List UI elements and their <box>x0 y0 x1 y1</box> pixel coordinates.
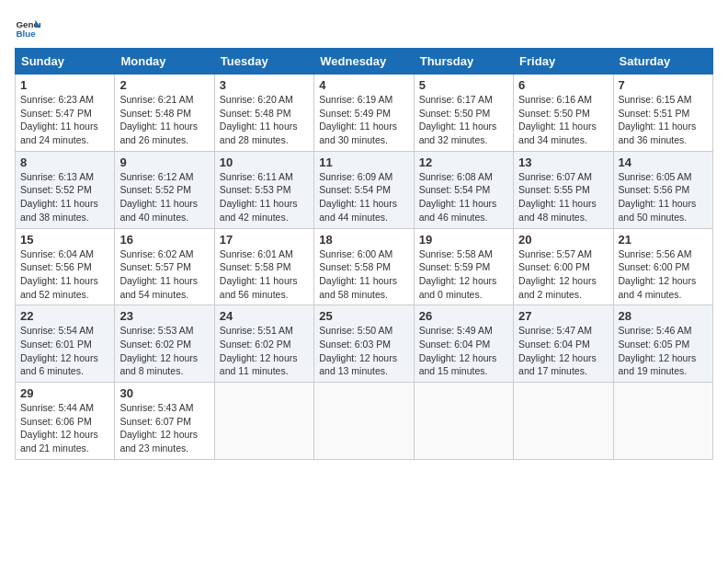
day-number: 27 <box>518 309 608 323</box>
weekday-header-tuesday: Tuesday <box>214 49 313 75</box>
calendar-cell: 11Sunrise: 6:09 AMSunset: 5:54 PMDayligh… <box>314 151 414 228</box>
cell-text: Sunrise: 5:56 AMSunset: 6:00 PMDaylight:… <box>619 247 708 302</box>
cell-text: Sunrise: 6:23 AMSunset: 5:47 PMDaylight:… <box>20 93 109 147</box>
cell-text: Sunrise: 6:13 AMSunset: 5:52 PMDaylight:… <box>20 170 109 224</box>
calendar-cell: 25Sunrise: 5:50 AMSunset: 6:03 PMDayligh… <box>314 305 414 383</box>
cell-text: Sunrise: 5:51 AMSunset: 6:02 PMDaylight:… <box>220 324 309 378</box>
calendar-cell: 19Sunrise: 5:58 AMSunset: 5:59 PMDayligh… <box>414 228 513 305</box>
calendar-cell <box>414 383 513 460</box>
day-number: 16 <box>119 233 209 247</box>
cell-text: Sunrise: 6:09 AMSunset: 5:54 PMDaylight:… <box>319 170 408 224</box>
day-number: 21 <box>619 233 708 247</box>
day-number: 25 <box>319 309 408 323</box>
day-number: 1 <box>20 78 109 92</box>
page-header: General Blue <box>15 15 713 40</box>
calendar-cell: 4Sunrise: 6:19 AMSunset: 5:49 PMDaylight… <box>314 75 414 152</box>
cell-text: Sunrise: 5:46 AMSunset: 6:05 PMDaylight:… <box>619 324 708 378</box>
cell-text: Sunrise: 5:50 AMSunset: 6:03 PMDaylight:… <box>319 324 408 378</box>
calendar-cell: 24Sunrise: 5:51 AMSunset: 6:02 PMDayligh… <box>214 305 313 383</box>
calendar-cell: 28Sunrise: 5:46 AMSunset: 6:05 PMDayligh… <box>613 305 712 383</box>
calendar-cell: 21Sunrise: 5:56 AMSunset: 6:00 PMDayligh… <box>613 228 712 305</box>
cell-text: Sunrise: 6:01 AMSunset: 5:58 PMDaylight:… <box>220 247 309 302</box>
calendar-cell: 18Sunrise: 6:00 AMSunset: 5:58 PMDayligh… <box>314 228 414 305</box>
day-number: 15 <box>20 233 109 247</box>
cell-text: Sunrise: 6:17 AMSunset: 5:50 PMDaylight:… <box>419 93 508 147</box>
day-number: 29 <box>20 386 109 400</box>
logo: General Blue <box>15 15 40 40</box>
cell-text: Sunrise: 6:05 AMSunset: 5:56 PMDaylight:… <box>619 170 708 224</box>
day-number: 28 <box>619 309 708 323</box>
calendar-cell: 30Sunrise: 5:43 AMSunset: 6:07 PMDayligh… <box>115 383 214 460</box>
cell-text: Sunrise: 6:15 AMSunset: 5:51 PMDaylight:… <box>619 93 708 147</box>
calendar-cell <box>314 383 414 460</box>
calendar-cell: 16Sunrise: 6:02 AMSunset: 5:57 PMDayligh… <box>115 228 214 305</box>
day-number: 11 <box>319 155 408 169</box>
cell-text: Sunrise: 6:04 AMSunset: 5:56 PMDaylight:… <box>20 247 109 302</box>
calendar-cell: 9Sunrise: 6:12 AMSunset: 5:52 PMDaylight… <box>115 151 214 228</box>
day-number: 7 <box>619 78 708 92</box>
day-number: 20 <box>518 233 608 247</box>
day-number: 10 <box>220 155 309 169</box>
calendar-cell: 26Sunrise: 5:49 AMSunset: 6:04 PMDayligh… <box>414 305 513 383</box>
cell-text: Sunrise: 5:54 AMSunset: 6:01 PMDaylight:… <box>20 324 109 378</box>
weekday-header-saturday: Saturday <box>613 49 712 75</box>
cell-text: Sunrise: 6:16 AMSunset: 5:50 PMDaylight:… <box>518 93 608 147</box>
cell-text: Sunrise: 6:07 AMSunset: 5:55 PMDaylight:… <box>518 170 608 224</box>
calendar-cell: 13Sunrise: 6:07 AMSunset: 5:55 PMDayligh… <box>514 151 613 228</box>
calendar-cell <box>214 383 313 460</box>
cell-text: Sunrise: 6:00 AMSunset: 5:58 PMDaylight:… <box>319 247 408 302</box>
cell-text: Sunrise: 5:57 AMSunset: 6:00 PMDaylight:… <box>518 247 608 302</box>
day-number: 8 <box>20 155 109 169</box>
day-number: 18 <box>319 233 408 247</box>
calendar-cell: 20Sunrise: 5:57 AMSunset: 6:00 PMDayligh… <box>514 228 613 305</box>
cell-text: Sunrise: 6:19 AMSunset: 5:49 PMDaylight:… <box>319 93 408 147</box>
day-number: 14 <box>619 155 708 169</box>
calendar-cell: 29Sunrise: 5:44 AMSunset: 6:06 PMDayligh… <box>16 383 115 460</box>
calendar-cell: 10Sunrise: 6:11 AMSunset: 5:53 PMDayligh… <box>214 151 313 228</box>
cell-text: Sunrise: 6:08 AMSunset: 5:54 PMDaylight:… <box>419 170 508 224</box>
calendar-cell: 2Sunrise: 6:21 AMSunset: 5:48 PMDaylight… <box>115 75 214 152</box>
cell-text: Sunrise: 5:49 AMSunset: 6:04 PMDaylight:… <box>419 324 508 378</box>
day-number: 19 <box>419 233 508 247</box>
cell-text: Sunrise: 5:47 AMSunset: 6:04 PMDaylight:… <box>518 324 608 378</box>
weekday-header-thursday: Thursday <box>414 49 513 75</box>
day-number: 3 <box>220 78 309 92</box>
day-number: 23 <box>119 309 209 323</box>
cell-text: Sunrise: 6:20 AMSunset: 5:48 PMDaylight:… <box>220 93 309 147</box>
calendar-cell: 1Sunrise: 6:23 AMSunset: 5:47 PMDaylight… <box>16 75 115 152</box>
cell-text: Sunrise: 6:21 AMSunset: 5:48 PMDaylight:… <box>119 93 209 147</box>
calendar-cell: 22Sunrise: 5:54 AMSunset: 6:01 PMDayligh… <box>16 305 115 383</box>
calendar-cell: 8Sunrise: 6:13 AMSunset: 5:52 PMDaylight… <box>16 151 115 228</box>
day-number: 6 <box>518 78 608 92</box>
cell-text: Sunrise: 6:02 AMSunset: 5:57 PMDaylight:… <box>119 247 209 302</box>
day-number: 26 <box>419 309 508 323</box>
day-number: 5 <box>419 78 508 92</box>
day-number: 4 <box>319 78 408 92</box>
day-number: 12 <box>419 155 508 169</box>
calendar-cell: 27Sunrise: 5:47 AMSunset: 6:04 PMDayligh… <box>514 305 613 383</box>
logo-icon: General Blue <box>15 15 40 40</box>
cell-text: Sunrise: 6:12 AMSunset: 5:52 PMDaylight:… <box>119 170 209 224</box>
day-number: 9 <box>119 155 209 169</box>
cell-text: Sunrise: 6:11 AMSunset: 5:53 PMDaylight:… <box>220 170 309 224</box>
day-number: 13 <box>518 155 608 169</box>
day-number: 22 <box>20 309 109 323</box>
calendar-cell: 3Sunrise: 6:20 AMSunset: 5:48 PMDaylight… <box>214 75 313 152</box>
calendar-cell: 5Sunrise: 6:17 AMSunset: 5:50 PMDaylight… <box>414 75 513 152</box>
day-number: 17 <box>220 233 309 247</box>
calendar-cell: 17Sunrise: 6:01 AMSunset: 5:58 PMDayligh… <box>214 228 313 305</box>
cell-text: Sunrise: 5:53 AMSunset: 6:02 PMDaylight:… <box>119 324 209 378</box>
calendar-cell: 12Sunrise: 6:08 AMSunset: 5:54 PMDayligh… <box>414 151 513 228</box>
calendar-cell: 14Sunrise: 6:05 AMSunset: 5:56 PMDayligh… <box>613 151 712 228</box>
cell-text: Sunrise: 5:44 AMSunset: 6:06 PMDaylight:… <box>20 401 109 455</box>
day-number: 30 <box>119 386 209 400</box>
weekday-header-wednesday: Wednesday <box>314 49 414 75</box>
weekday-header-sunday: Sunday <box>16 49 115 75</box>
cell-text: Sunrise: 5:43 AMSunset: 6:07 PMDaylight:… <box>119 401 209 455</box>
calendar-cell: 15Sunrise: 6:04 AMSunset: 5:56 PMDayligh… <box>16 228 115 305</box>
calendar-cell: 7Sunrise: 6:15 AMSunset: 5:51 PMDaylight… <box>613 75 712 152</box>
calendar-cell <box>514 383 613 460</box>
weekday-header-monday: Monday <box>115 49 214 75</box>
calendar-table: SundayMondayTuesdayWednesdayThursdayFrid… <box>15 48 713 460</box>
calendar-cell: 23Sunrise: 5:53 AMSunset: 6:02 PMDayligh… <box>115 305 214 383</box>
